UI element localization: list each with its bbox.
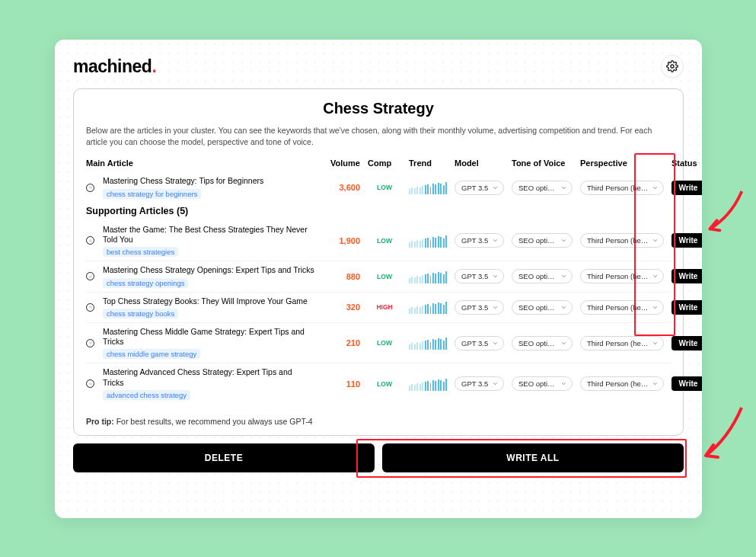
chevron-down-icon xyxy=(492,273,499,280)
volume-value: 1,900 xyxy=(322,236,360,245)
brand-logo: machined. xyxy=(73,56,156,77)
model-dropdown[interactable]: GPT 3.5 xyxy=(455,269,504,283)
model-dropdown[interactable]: GPT 3.5 xyxy=(455,181,504,195)
svg-point-0 xyxy=(671,65,674,68)
article-keyword: chess middle game strategy xyxy=(103,349,200,359)
tone-dropdown[interactable]: SEO optimized ( xyxy=(512,376,573,391)
chevron-down-icon xyxy=(492,340,499,347)
brand-name: machined xyxy=(73,56,152,76)
volume-value: 320 xyxy=(322,303,360,312)
table-row: Mastering Chess Strategy: Tips for Begin… xyxy=(86,172,671,202)
article-title-cell: Mastering Chess Strategy: Tips for Begin… xyxy=(103,176,314,198)
main-article-section: Mastering Chess Strategy: Tips for Begin… xyxy=(86,172,671,202)
tone-dropdown[interactable]: SEO optimized ( xyxy=(512,181,573,195)
col-trend: Trend xyxy=(409,158,447,168)
select-radio[interactable] xyxy=(86,184,94,192)
write-button[interactable]: Write xyxy=(671,233,702,248)
page-intro: Below are the articles in your cluster. … xyxy=(86,125,671,148)
col-model: Model xyxy=(455,158,504,168)
article-title: Mastering Chess Strategy Openings: Exper… xyxy=(103,265,314,276)
chevron-down-icon xyxy=(652,237,659,244)
trend-sparkline xyxy=(409,377,447,391)
article-keyword: advanced chess strategy xyxy=(103,390,190,400)
write-button[interactable]: Write xyxy=(671,300,702,315)
article-title: Top Chess Strategy Books: They Will Impr… xyxy=(103,296,314,307)
select-radio[interactable] xyxy=(86,379,94,388)
write-all-button[interactable]: WRITE ALL xyxy=(382,443,684,472)
chevron-down-icon xyxy=(652,304,659,311)
perspective-dropdown[interactable]: Third Person (he, she, it, t xyxy=(580,233,664,248)
pro-tip-text: For best results, we recommend you alway… xyxy=(114,417,313,426)
trend-sparkline xyxy=(409,181,447,194)
top-bar: machined. xyxy=(73,55,684,78)
article-title: Master the Game: The Best Chess Strategi… xyxy=(103,225,314,245)
perspective-dropdown[interactable]: Third Person (he, she, it, t xyxy=(580,181,664,195)
table-row: Top Chess Strategy Books: They Will Impr… xyxy=(86,293,671,323)
supporting-section: Master the Game: The Best Chess Strategi… xyxy=(86,221,671,405)
comp-badge: LOW xyxy=(368,339,401,347)
select-radio[interactable] xyxy=(86,272,94,280)
write-button[interactable]: Write xyxy=(671,181,702,195)
select-radio[interactable] xyxy=(86,236,94,245)
volume-value: 210 xyxy=(322,338,360,347)
comp-badge: LOW xyxy=(368,184,401,191)
chevron-down-icon xyxy=(560,184,567,191)
perspective-dropdown[interactable]: Third Person (he, she, it, t xyxy=(580,300,664,315)
annotation-arrow-icon xyxy=(703,186,745,239)
perspective-dropdown[interactable]: Third Person (he, she, it, t xyxy=(580,376,664,391)
tone-dropdown[interactable]: SEO optimized ( xyxy=(512,233,573,248)
write-button[interactable]: Write xyxy=(671,269,702,283)
chevron-down-icon xyxy=(492,304,499,311)
chevron-down-icon xyxy=(560,380,567,387)
article-keyword: chess strategy openings xyxy=(103,278,188,288)
perspective-dropdown[interactable]: Third Person (he, she, it, t xyxy=(580,269,664,283)
delete-button[interactable]: DELETE xyxy=(73,443,375,472)
chevron-down-icon xyxy=(652,380,659,387)
chevron-down-icon xyxy=(652,340,659,347)
select-radio[interactable] xyxy=(86,303,94,312)
article-keyword: chess strategy books xyxy=(103,309,178,319)
brand-dot: . xyxy=(152,56,156,76)
article-keyword: chess strategy for beginners xyxy=(103,189,201,199)
chevron-down-icon xyxy=(652,273,659,280)
col-comp: Comp xyxy=(368,158,401,168)
col-perspective: Perspective xyxy=(580,158,664,168)
model-dropdown[interactable]: GPT 3.5 xyxy=(455,336,504,351)
page-title: Chess Strategy xyxy=(86,100,671,117)
chevron-down-icon xyxy=(652,184,659,191)
select-radio[interactable] xyxy=(86,339,94,347)
comp-badge: HIGH xyxy=(368,303,401,311)
supporting-header: Supporting Articles (5) xyxy=(86,206,671,216)
chevron-down-icon xyxy=(560,340,567,347)
article-title-cell: Mastering Chess Strategy Openings: Exper… xyxy=(103,265,314,287)
trend-sparkline xyxy=(409,300,447,314)
write-button[interactable]: Write xyxy=(671,376,702,391)
article-title-cell: Mastering Advanced Chess Strategy: Exper… xyxy=(103,367,314,400)
perspective-dropdown[interactable]: Third Person (he, she, it, t xyxy=(580,336,664,351)
pro-tip-label: Pro tip: xyxy=(86,417,114,426)
gear-icon xyxy=(666,60,678,72)
table-row: Mastering Chess Strategy Openings: Exper… xyxy=(86,261,671,292)
volume-value: 110 xyxy=(322,379,360,389)
article-title-cell: Mastering Chess Middle Game Strategy: Ex… xyxy=(103,327,314,360)
model-dropdown[interactable]: GPT 3.5 xyxy=(455,376,504,391)
model-dropdown[interactable]: GPT 3.5 xyxy=(455,233,504,248)
article-title: Mastering Chess Middle Game Strategy: Ex… xyxy=(103,327,314,347)
tone-dropdown[interactable]: SEO optimized ( xyxy=(512,336,573,351)
col-volume: Volume xyxy=(322,158,360,168)
tone-dropdown[interactable]: SEO optimized ( xyxy=(512,300,573,315)
table-row: Master the Game: The Best Chess Strategi… xyxy=(86,221,671,262)
tone-dropdown[interactable]: SEO optimized ( xyxy=(512,269,573,283)
comp-badge: LOW xyxy=(368,237,401,245)
model-dropdown[interactable]: GPT 3.5 xyxy=(455,300,504,315)
settings-button[interactable] xyxy=(661,55,684,78)
pro-tip: Pro tip: For best results, we recommend … xyxy=(86,417,313,426)
article-title: Mastering Advanced Chess Strategy: Exper… xyxy=(103,367,314,388)
trend-sparkline xyxy=(409,336,447,350)
col-main: Main Article xyxy=(86,158,314,168)
article-title: Mastering Chess Strategy: Tips for Begin… xyxy=(103,176,314,187)
chevron-down-icon xyxy=(560,273,567,280)
write-button[interactable]: Write xyxy=(671,336,702,351)
chevron-down-icon xyxy=(560,237,567,244)
table-header: Main Article Volume Comp Trend Model Ton… xyxy=(86,158,671,168)
